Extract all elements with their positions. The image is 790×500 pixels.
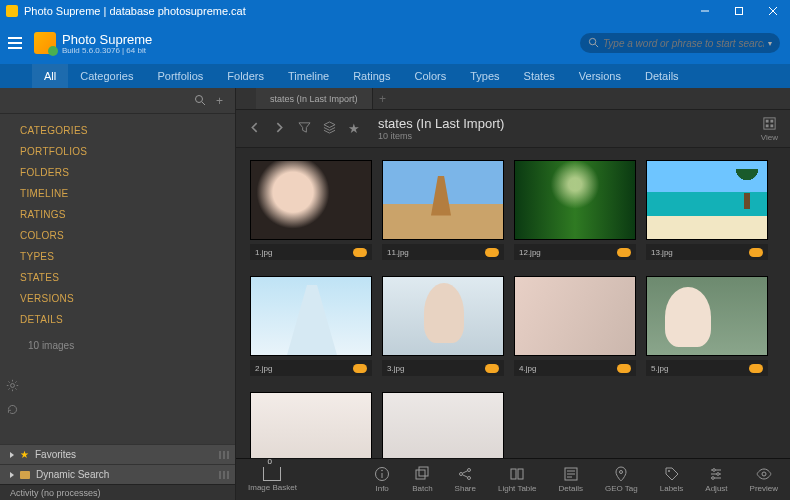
svg-point-8 — [11, 384, 15, 388]
header: Photo Supreme Build 5.6.0.3076 | 64 bit … — [0, 22, 790, 64]
image-basket-button[interactable]: Image Basket — [248, 467, 297, 492]
thumbnail-badge — [617, 364, 631, 373]
window-title: Photo Supreme | database photosupreme.ca… — [24, 5, 246, 17]
navbar: All Categories Portfolios Folders Timeli… — [0, 64, 790, 88]
search-input[interactable] — [603, 38, 764, 49]
svg-point-19 — [460, 473, 463, 476]
view-button[interactable]: View — [761, 116, 778, 142]
svg-rect-10 — [766, 119, 769, 122]
thumbnail-name: 5.jpg — [651, 364, 668, 373]
close-button[interactable] — [756, 0, 790, 22]
sidebar-item-states[interactable]: STATES — [0, 267, 235, 288]
thumbnail-image — [382, 160, 504, 240]
nav-item-folders[interactable]: Folders — [215, 64, 276, 88]
svg-line-7 — [202, 102, 205, 105]
toolbar: ★ states (In Last Import) 10 items View — [236, 110, 790, 148]
thumbnail-item[interactable]: 2.jpg — [250, 276, 372, 376]
batch-button[interactable]: Batch — [412, 466, 432, 493]
sidebar-item-colors[interactable]: COLORS — [0, 225, 235, 246]
nav-item-colors[interactable]: Colors — [402, 64, 458, 88]
nav-item-portfolios[interactable]: Portfolios — [145, 64, 215, 88]
thumbnail-item[interactable]: 7.jpg — [382, 392, 504, 458]
sidebar-item-timeline[interactable]: TIMELINE — [0, 183, 235, 204]
sidebar-add-icon[interactable]: + — [216, 94, 223, 108]
geo-tag-button[interactable]: GEO Tag — [605, 466, 638, 493]
thumbnail-item[interactable]: 12.jpg — [514, 160, 636, 260]
thumbnail-item[interactable]: 1.jpg — [250, 160, 372, 260]
svg-point-4 — [589, 38, 595, 44]
search-icon — [588, 34, 599, 52]
sidebar-item-portfolios[interactable]: PORTFOLIOS — [0, 141, 235, 162]
sidebar-item-categories[interactable]: CATEGORIES — [0, 120, 235, 141]
adjust-button[interactable]: Adjust — [705, 466, 727, 493]
thumbnail-image — [250, 392, 372, 458]
nav-item-timeline[interactable]: Timeline — [276, 64, 341, 88]
bottombar: Image Basket Info Batch Share Light Tabl… — [236, 458, 790, 500]
maximize-button[interactable] — [722, 0, 756, 22]
nav-item-categories[interactable]: Categories — [68, 64, 145, 88]
thumbnail-item[interactable]: 11.jpg — [382, 160, 504, 260]
svg-point-30 — [620, 471, 623, 474]
sidebar-item-folders[interactable]: FOLDERS — [0, 162, 235, 183]
menu-button[interactable] — [0, 37, 28, 49]
favorites-panel[interactable]: ★Favorites — [0, 444, 235, 464]
activity-bar[interactable]: Activity (no processes) — [0, 484, 235, 500]
svg-point-20 — [468, 469, 471, 472]
svg-point-16 — [381, 470, 383, 472]
content-area: states (In Last Import) + ★ states (In L… — [236, 88, 790, 500]
thumbnail-image — [382, 276, 504, 356]
tab-add-button[interactable]: + — [373, 92, 393, 106]
preview-button[interactable]: Preview — [750, 466, 778, 493]
svg-rect-24 — [511, 469, 516, 479]
stack-icon[interactable] — [323, 120, 336, 138]
sidebar-item-ratings[interactable]: RATINGS — [0, 204, 235, 225]
svg-point-35 — [713, 469, 716, 472]
thumbnail-item[interactable]: 5.jpg — [646, 276, 768, 376]
thumbnail-badge — [617, 248, 631, 257]
nav-item-all[interactable]: All — [32, 64, 68, 88]
light-table-button[interactable]: Light Table — [498, 466, 537, 493]
dynamic-search-label: Dynamic Search — [36, 469, 109, 480]
thumbnail-badge — [353, 248, 367, 257]
thumbnail-item[interactable]: 3.jpg — [382, 276, 504, 376]
content-tab[interactable]: states (In Last Import) — [256, 88, 373, 109]
sidebar-item-details[interactable]: DETAILS — [0, 309, 235, 330]
nav-item-states[interactable]: States — [512, 64, 567, 88]
sidebar-search-icon[interactable] — [194, 92, 206, 110]
info-button[interactable]: Info — [374, 466, 390, 493]
svg-rect-12 — [766, 124, 769, 127]
svg-point-37 — [712, 477, 715, 480]
svg-line-22 — [463, 471, 468, 474]
svg-point-36 — [717, 473, 720, 476]
settings-icon[interactable] — [6, 378, 19, 396]
svg-rect-25 — [518, 469, 523, 479]
sidebar-item-versions[interactable]: VERSIONS — [0, 288, 235, 309]
search-dropdown-icon[interactable]: ▾ — [768, 39, 772, 48]
thumbnail-item[interactable]: 4.jpg — [514, 276, 636, 376]
thumbnail-name: 3.jpg — [387, 364, 404, 373]
app-build: Build 5.6.0.3076 | 64 bit — [62, 46, 152, 55]
filter-icon[interactable] — [298, 120, 311, 138]
thumbnail-item[interactable]: 13.jpg — [646, 160, 768, 260]
forward-button[interactable] — [273, 120, 286, 138]
back-button[interactable] — [248, 120, 261, 138]
thumbnail-item[interactable]: 6.jpg — [250, 392, 372, 458]
search-box[interactable]: ▾ — [580, 33, 780, 53]
nav-item-versions[interactable]: Versions — [567, 64, 633, 88]
thumbnail-badge — [353, 364, 367, 373]
refresh-icon[interactable] — [6, 402, 19, 420]
star-filter-icon[interactable]: ★ — [348, 121, 360, 136]
nav-item-details[interactable]: Details — [633, 64, 691, 88]
minimize-button[interactable] — [688, 0, 722, 22]
sidebar-item-types[interactable]: TYPES — [0, 246, 235, 267]
labels-button[interactable]: Labels — [660, 466, 684, 493]
nav-item-types[interactable]: Types — [458, 64, 511, 88]
share-button[interactable]: Share — [455, 466, 476, 493]
svg-rect-13 — [770, 124, 773, 127]
favorites-label: Favorites — [35, 449, 76, 460]
dynamic-search-panel[interactable]: Dynamic Search — [0, 464, 235, 484]
nav-item-ratings[interactable]: Ratings — [341, 64, 402, 88]
svg-point-6 — [195, 95, 202, 102]
view-label: View — [761, 133, 778, 142]
details-button[interactable]: Details — [559, 466, 583, 493]
